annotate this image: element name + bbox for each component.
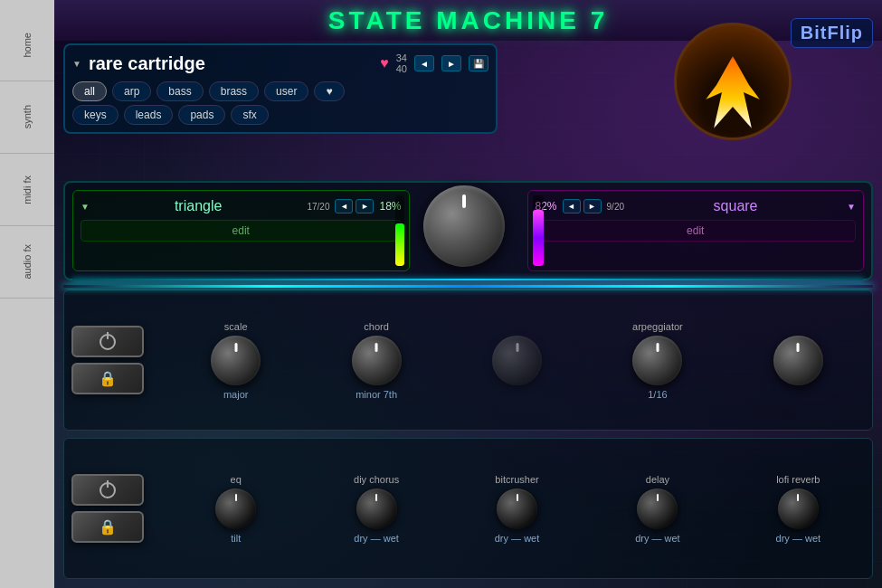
chord-value: minor 7th [356,389,397,400]
osc-right-arrow[interactable]: ▼ [847,202,856,212]
sidebar-item-midi-fx[interactable]: midi fx [0,154,54,226]
chorus-knob[interactable] [356,488,397,529]
fx-lock-button[interactable]: 🔒 [71,511,144,543]
preset-next-button[interactable]: ► [441,55,461,71]
osc-left-edit-button[interactable]: edit [81,220,402,242]
osc-left-name: triangle [95,198,302,214]
tag-leads[interactable]: leads [124,105,174,125]
eq-value: tilt [231,533,241,544]
arpeggiator-module: arpeggiator 1/16 [591,321,724,400]
sidebar-item-synth[interactable]: synth [0,81,54,154]
osc-right: 82% ◄ ► 9/20 square ▼ edit [527,190,865,271]
fx-controls-left: 🔒 [71,474,162,543]
bottom-area: 🔒 scale major chord minor 7th [63,289,873,579]
preset-count: 34 40 [396,52,407,74]
power-icon [100,334,116,350]
oscillator-section: ▼ triangle 17/20 ◄ ► 18% edit [63,181,873,280]
preset-prev-button[interactable]: ◄ [414,55,434,71]
synth-lock-button[interactable]: 🔒 [71,363,144,394]
scale-module: scale major [169,321,302,400]
osc-left-prev[interactable]: ◄ [335,199,353,213]
chord-label: chord [364,321,389,332]
reverb-label: lofi reverb [776,474,820,485]
tag-pads[interactable]: pads [178,105,225,125]
logo-area: BitFlip [647,14,873,167]
reverb-knob[interactable] [778,488,819,529]
chorus-label: diy chorus [354,474,399,485]
osc-right-header: 82% ◄ ► 9/20 square ▼ [536,198,857,214]
fire-flame [706,56,760,128]
delay-knob[interactable] [637,488,678,529]
scale-label: scale [224,321,248,332]
center-mix-knob[interactable] [419,185,509,276]
blank-module [450,332,583,389]
preset-save-button[interactable]: 💾 [469,55,488,71]
osc-left-level [395,195,404,266]
eq-label: eq [231,474,242,485]
delay-value: dry — wet [635,533,680,544]
preset-dropdown-arrow[interactable]: ▼ [72,59,81,69]
tag-user[interactable]: user [264,81,308,101]
sidebar-item-audio-fx[interactable]: audio fx [0,226,54,299]
osc-right-prev[interactable]: ◄ [563,199,581,213]
osc-left-level-fill [395,223,404,266]
delay-module: delay dry — wet [591,474,724,544]
arpeggiator-label: arpeggiator [632,321,683,332]
synth-row: 🔒 scale major chord minor 7th [63,289,873,431]
osc-right-next[interactable]: ► [583,199,602,213]
main-content: STATE MACHINE 7 ▼ rare cartridge ♥ 34 40… [54,0,882,588]
osc-left-arrow[interactable]: ▼ [81,202,90,212]
tag-arp[interactable]: arp [112,81,151,101]
app-title: STATE MACHINE 7 [328,6,608,35]
reverb-value: dry — wet [776,533,821,544]
arpeggiator-knob[interactable] [632,336,682,385]
blank-knob[interactable] [492,336,542,385]
osc-separator [72,279,864,280]
tag-row-1: all arp bass brass user ♥ [72,81,488,101]
tag-brass[interactable]: brass [209,81,259,101]
bitflip-logo: BitFlip [791,18,873,48]
chord-module: chord minor 7th [309,321,442,400]
tag-bass[interactable]: bass [156,81,203,101]
osc-right-level-fill [533,210,544,266]
tag-all[interactable]: all [72,81,107,101]
tag-row-2: keys leads pads sfx [72,105,488,125]
bitcrusher-knob[interactable] [497,488,537,529]
bitcrusher-value: dry — wet [495,533,540,544]
arp-extra-knob[interactable] [773,336,823,385]
chord-knob[interactable] [352,336,402,385]
preset-section: ▼ rare cartridge ♥ 34 40 ◄ ► 💾 all arp b… [63,43,498,134]
osc-left-next[interactable]: ► [356,199,374,213]
fx-row: 🔒 eq tilt diy chorus dry — wet bitcrushe… [63,438,873,579]
synth-controls-left: 🔒 [71,326,162,394]
fx-lock-icon: 🔒 [99,518,117,536]
osc-right-level [533,195,544,266]
osc-right-count: 9/20 [607,202,624,212]
delay-label: delay [646,474,669,485]
bitcrusher-label: bitcrusher [495,474,538,485]
tag-keys[interactable]: keys [72,105,119,125]
bitcrusher-module: bitcrusher dry — wet [450,474,583,544]
chorus-module: diy chorus dry — wet [309,474,442,544]
osc-container: ▼ triangle 17/20 ◄ ► 18% edit [63,181,873,280]
preset-heart-icon[interactable]: ♥ [380,55,389,71]
osc-right-nav: ◄ ► [563,199,602,213]
eq-module: eq tilt [169,474,302,544]
tag-heart-fav[interactable]: ♥ [314,81,344,101]
scale-knob[interactable] [211,336,261,385]
osc-right-edit-button[interactable]: edit [536,220,857,242]
preset-header: ▼ rare cartridge ♥ 34 40 ◄ ► 💾 [72,52,488,74]
preset-name: rare cartridge [89,53,373,74]
lock-icon: 🔒 [99,370,117,387]
osc-left-count: 17/20 [307,202,329,212]
osc-left-header: ▼ triangle 17/20 ◄ ► 18% [81,198,402,214]
synth-power-button[interactable] [71,326,144,357]
mix-knob-visual[interactable] [423,185,505,267]
sidebar-item-home[interactable]: home [0,9,54,81]
tag-sfx[interactable]: sfx [231,105,268,125]
fx-power-button[interactable] [71,474,144,506]
arp-extra-module [732,332,865,389]
scale-value: major [223,389,249,400]
eq-knob[interactable] [215,488,256,529]
fire-visual [674,23,792,140]
